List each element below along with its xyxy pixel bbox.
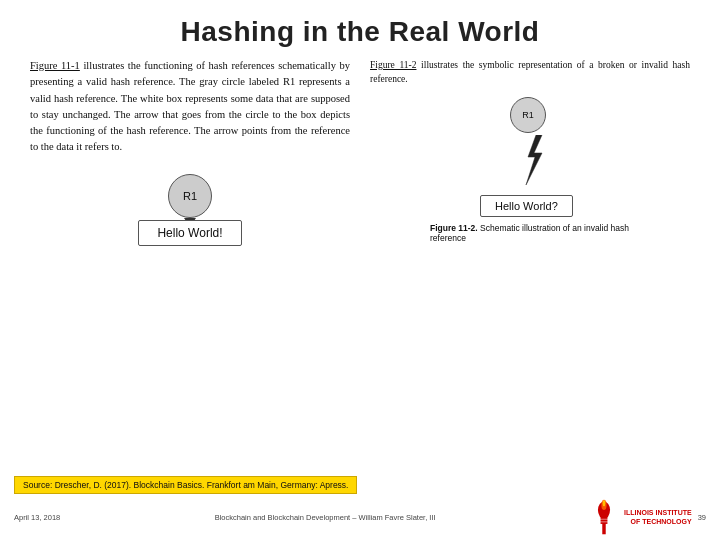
slide: Hashing in the Real World Figure 11-1 il… [0,0,720,540]
circle-r1-label: R1 [183,190,197,202]
lightning-icon [522,135,544,189]
slide-title: Hashing in the Real World [30,16,690,48]
circle-r1: R1 [168,174,212,218]
figure-11-1: R1 Hello World! [30,174,350,246]
figure-11-2: R1 Hello World? Figure 11-2. Sche [370,97,690,243]
circle-r1-small: R1 [510,97,546,133]
box-hello-world-small: Hello World? [480,195,573,217]
svg-rect-6 [600,521,609,522]
page-number: 39 [698,513,706,522]
left-column: Figure 11-1 illustrates the functioning … [30,58,350,468]
right-column: Figure 11-2 illustrates the symbolic rep… [370,58,690,468]
footer: April 13, 2018 Blockchain and Blockchain… [0,496,720,540]
svg-point-4 [603,500,606,506]
svg-rect-0 [602,522,605,534]
iit-name-line1: ILLINOIS INSTITUTE [624,508,692,517]
right-text-content: illustrates the symbolic representation … [370,60,690,84]
fig11-1-link: Figure 11-1 [30,60,80,71]
fig2-caption: Figure 11-2. Schematic illustration of a… [430,223,630,243]
footer-center-text: Blockchain and Blockchain Development – … [60,513,590,522]
title-bar: Hashing in the Real World [0,0,720,58]
fig2-diagram: R1 Hello World? [450,97,610,217]
box-hello-world: Hello World! [138,220,241,246]
box-hello-world-small-label: Hello World? [495,200,558,212]
fig1-diagram: R1 Hello World! [138,174,241,246]
left-text-content: illustrates the functioning of hash refe… [30,60,350,152]
circle-r1-small-label: R1 [522,110,534,120]
content-area: Figure 11-1 illustrates the functioning … [0,58,720,468]
fig2-caption-bold: Figure 11-2. [430,223,478,233]
right-text-block: Figure 11-2 illustrates the symbolic rep… [370,58,690,87]
box-hello-label: Hello World! [157,226,222,240]
svg-rect-5 [600,519,609,520]
fig11-2-link: Figure 11-2 [370,60,416,70]
source-container: Source: Drescher, D. (2017). Blockchain … [0,468,720,496]
iit-name-line2: OF TECHNOLOGY [631,517,692,526]
source-box: Source: Drescher, D. (2017). Blockchain … [14,476,357,494]
iit-torch-icon [590,498,618,536]
iit-logo: ILLINOIS INSTITUTE OF TECHNOLOGY [624,508,692,526]
left-text-block: Figure 11-1 illustrates the functioning … [30,58,350,156]
footer-date: April 13, 2018 [14,513,60,522]
footer-right: ILLINOIS INSTITUTE OF TECHNOLOGY 39 [590,498,706,536]
